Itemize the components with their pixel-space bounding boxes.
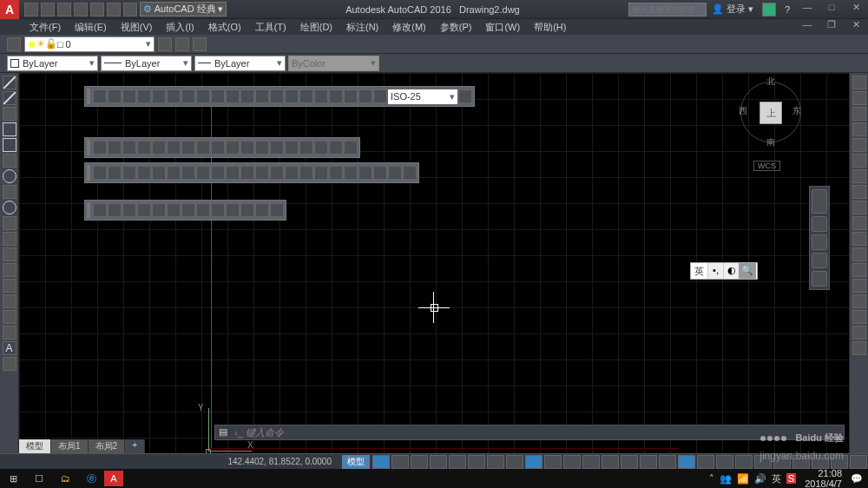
dimstyle-dropdown[interactable]: ISO-25▾ (388, 89, 457, 104)
toolbar-grip[interactable] (87, 140, 90, 155)
thicken-icon[interactable] (373, 166, 387, 180)
menu-edit[interactable]: 编辑(E) (68, 20, 114, 35)
saveas-icon[interactable] (74, 3, 88, 16)
start-button[interactable]: ⊞ (0, 469, 26, 488)
circle-icon[interactable] (3, 169, 16, 183)
dim-arc-icon[interactable] (122, 89, 136, 103)
tray-wifi-icon[interactable]: 📶 (737, 473, 749, 485)
fullnav-icon[interactable] (812, 189, 827, 214)
dim-linear-icon[interactable] (93, 89, 107, 103)
dim-ordinate-icon[interactable] (137, 89, 151, 103)
ucs-view-icon[interactable] (167, 203, 181, 217)
trim-icon[interactable] (852, 216, 866, 230)
lineweight-control[interactable]: ByLayer▾ (194, 56, 286, 71)
layer-previous-icon[interactable] (175, 37, 189, 51)
redo-icon[interactable] (123, 3, 137, 16)
minimize-button[interactable]: — (795, 2, 819, 17)
drawing-canvas[interactable]: Y X ISO-25▾ (19, 73, 849, 453)
ucs-previous-icon[interactable] (122, 203, 136, 217)
lock-ui-toggle[interactable] (773, 455, 791, 469)
osnap-geocen-icon[interactable] (211, 141, 225, 155)
tab-model[interactable]: 模型 (19, 439, 51, 453)
menu-parametric[interactable]: 参数(P) (433, 20, 479, 35)
ime-punct-icon[interactable]: •, (707, 263, 723, 279)
toolbar-grip[interactable] (87, 165, 90, 181)
dim-space-icon[interactable] (255, 89, 269, 103)
explorer-icon[interactable]: 🗂 (52, 469, 78, 488)
hatch-icon[interactable] (3, 279, 16, 293)
mtext-icon[interactable]: A (3, 341, 16, 355)
tray-notifications-icon[interactable]: 💬 (851, 473, 863, 485)
osnap-tan-icon[interactable] (240, 141, 254, 155)
arc-icon[interactable] (3, 154, 16, 168)
signin-area[interactable]: 👤 登录▾ (707, 3, 759, 16)
ortho-toggle[interactable] (449, 455, 466, 469)
tray-volume-icon[interactable]: 🔊 (754, 473, 766, 485)
menu-modify[interactable]: 修改(M) (385, 20, 433, 35)
wedge-icon[interactable] (122, 166, 136, 180)
ucs-face-icon[interactable] (137, 203, 151, 217)
edge-icon[interactable]: ⓔ (78, 469, 104, 488)
union-icon[interactable] (314, 166, 328, 180)
ucs-world-icon[interactable] (108, 203, 122, 217)
dim-break-icon[interactable] (270, 89, 284, 103)
ucs-zvector-icon[interactable] (196, 203, 210, 217)
intersect-icon[interactable] (344, 166, 358, 180)
explode-icon[interactable] (852, 341, 866, 355)
doc-restore-button[interactable]: ❐ (819, 19, 844, 35)
otrack-toggle[interactable] (506, 455, 523, 469)
tray-ime-label[interactable]: 英 (772, 472, 781, 485)
modelspace-toggle[interactable]: 模型 (342, 455, 370, 469)
dynamic-input-toggle[interactable] (430, 455, 447, 469)
insert-block-icon[interactable] (3, 232, 16, 246)
ucs-y-icon[interactable] (240, 203, 254, 217)
osnap-from-icon[interactable] (108, 141, 122, 155)
menu-format[interactable]: 格式(O) (201, 20, 248, 35)
dim-edit-icon[interactable] (344, 89, 358, 103)
loft-icon[interactable] (299, 166, 313, 180)
3dosnap-toggle[interactable] (602, 455, 619, 469)
osnap-cen-icon[interactable] (196, 141, 210, 155)
ime-shape-icon[interactable]: ◐ (723, 263, 739, 279)
toolbar-grip[interactable] (87, 89, 90, 104)
viewcube-north[interactable]: 北 (766, 76, 775, 88)
tray-sogou-icon[interactable]: S (786, 473, 796, 484)
linetype-control[interactable]: ByLayer▾ (101, 56, 192, 71)
doc-close-button[interactable]: ✕ (844, 19, 868, 35)
transparency-toggle[interactable] (563, 455, 581, 469)
open-icon[interactable] (41, 3, 55, 16)
solids-toolbar[interactable] (84, 162, 419, 183)
tray-clock[interactable]: 21:082018/4/7 (801, 468, 845, 488)
ime-search-icon[interactable]: 🔍 (739, 263, 756, 279)
viewcube-west[interactable]: 西 (739, 105, 747, 117)
join-icon[interactable] (852, 279, 866, 293)
offset-icon[interactable] (852, 122, 866, 136)
flatshot-icon[interactable] (403, 166, 417, 180)
subtract-icon[interactable] (329, 166, 343, 180)
osnap-par-icon[interactable] (270, 141, 284, 155)
help-search-input[interactable] (628, 3, 707, 16)
layer-isolate-icon[interactable] (193, 37, 207, 51)
tab-layout2[interactable]: 布局2 (89, 439, 126, 453)
lwt-toggle[interactable] (544, 455, 562, 469)
layer-manager-icon[interactable] (7, 37, 21, 51)
ime-lang-label[interactable]: 英 (691, 265, 707, 278)
dim-diameter-icon[interactable] (181, 89, 195, 103)
save-icon[interactable] (57, 3, 71, 16)
dim-jogged-icon[interactable] (167, 89, 181, 103)
dim-baseline-icon[interactable] (226, 89, 240, 103)
ucs-apply-icon[interactable] (270, 203, 284, 217)
autocad-task-icon[interactable]: A (104, 471, 123, 486)
rotate-icon[interactable] (852, 169, 866, 183)
cmd-history-icon[interactable]: ▤ (219, 426, 231, 439)
dim-continue-icon[interactable] (240, 89, 254, 103)
app-logo[interactable]: A (0, 0, 19, 19)
viewcube-south[interactable]: 南 (766, 136, 775, 148)
torus-icon[interactable] (181, 166, 195, 180)
doc-minimize-button[interactable]: — (795, 19, 819, 35)
polyline-icon[interactable] (3, 107, 16, 121)
orbit-icon[interactable] (812, 253, 827, 268)
make-block-icon[interactable] (3, 247, 16, 261)
color-control[interactable]: ByLayer▾ (7, 56, 98, 71)
slice-icon[interactable] (358, 166, 372, 180)
